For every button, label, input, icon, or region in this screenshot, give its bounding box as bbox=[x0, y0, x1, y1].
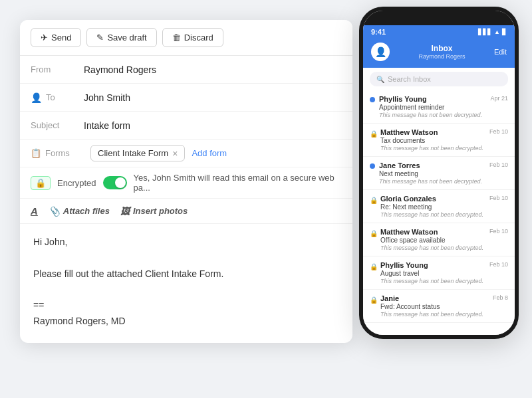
phone-inbox-list: Phyllis Young Appointment reminder This … bbox=[363, 90, 515, 335]
item-date: Feb 10 bbox=[489, 161, 508, 168]
search-placeholder: Search Inbox bbox=[388, 75, 431, 83]
avatar-icon: 👤 bbox=[375, 47, 386, 57]
text-format-icon: A bbox=[31, 205, 38, 217]
compose-toolbar: ✈ Send ✎ Save draft 🗑 Discard bbox=[20, 20, 352, 56]
from-value: Raymond Rogers bbox=[84, 64, 342, 75]
photo-icon: 🖼 bbox=[120, 206, 130, 217]
phone-header-title: Inbox Raymond Rogers bbox=[390, 44, 494, 60]
phone-notch-bar bbox=[416, 20, 462, 23]
item-subject: Office space available bbox=[380, 237, 485, 244]
lock-dot: 🔒 bbox=[370, 197, 376, 202]
lock-dot: 🔒 bbox=[370, 230, 376, 235]
signal-icon: ▋▋▋ bbox=[478, 29, 492, 35]
item-name: Phyllis Young bbox=[379, 95, 486, 103]
form-tag-close[interactable]: × bbox=[172, 149, 178, 158]
item-subject: Next meeting bbox=[379, 170, 485, 177]
lock-dot: 🔒 bbox=[370, 263, 376, 268]
item-date: Feb 8 bbox=[493, 294, 508, 301]
phone-notch bbox=[363, 11, 515, 25]
item-content: Matthew Watson Tax documents This messag… bbox=[380, 128, 485, 151]
document-icon: 📋 bbox=[31, 148, 41, 158]
status-icons: ▋▋▋ ▲ ▊ bbox=[478, 29, 507, 35]
item-content: Phyllis Young August travel This message… bbox=[380, 261, 485, 284]
item-subject: August travel bbox=[380, 270, 485, 277]
item-date: Feb 10 bbox=[489, 261, 508, 268]
add-form-link[interactable]: Add form bbox=[192, 148, 227, 158]
edit-button[interactable]: Edit bbox=[494, 48, 507, 56]
item-date: Feb 10 bbox=[489, 128, 508, 135]
search-icon: 🔍 bbox=[376, 76, 384, 83]
from-label: From bbox=[31, 64, 84, 74]
phone-search[interactable]: 🔍 Search Inbox bbox=[370, 72, 508, 86]
email-body[interactable]: Hi John, Please fill out the attached Cl… bbox=[20, 224, 352, 343]
list-item[interactable]: Phyllis Young Appointment reminder This … bbox=[363, 90, 515, 124]
item-content: Matthew Watson Office space available Th… bbox=[380, 228, 485, 251]
item-name: Phyllis Young bbox=[380, 261, 485, 269]
unread-dot bbox=[370, 163, 375, 169]
inbox-label: Inbox bbox=[390, 44, 494, 53]
forms-label: 📋 Forms bbox=[31, 148, 84, 158]
item-subject: Tax documents bbox=[380, 137, 485, 144]
from-row: From Raymond Rogers bbox=[20, 56, 352, 84]
item-date: Apr 21 bbox=[490, 95, 508, 102]
list-item[interactable]: Jane Torres Next meeting This message ha… bbox=[363, 157, 515, 190]
list-item[interactable]: 🔒 Matthew Watson Tax documents This mess… bbox=[363, 124, 515, 157]
list-item[interactable]: 🔒 Janie Fwd: Account status This message… bbox=[363, 290, 515, 323]
subject-label: Subject bbox=[31, 120, 84, 130]
encrypted-toggle[interactable] bbox=[103, 176, 127, 189]
body-line1: Hi John, bbox=[33, 235, 339, 250]
item-preview: This message has not been decrypted. bbox=[379, 112, 486, 118]
body-line2: Please fill out the attached Client Inta… bbox=[33, 266, 339, 282]
item-subject: Appointment reminder bbox=[379, 104, 486, 111]
item-preview: This message has not been decrypted. bbox=[380, 211, 485, 218]
item-name: Janie bbox=[380, 294, 489, 302]
item-name: Matthew Watson bbox=[380, 128, 485, 136]
lock-icon: 🔒 bbox=[31, 176, 51, 190]
item-preview: This message has not been decrypted. bbox=[380, 245, 485, 251]
save-draft-button[interactable]: ✎ Save draft bbox=[86, 28, 156, 47]
encrypted-label: Encrypted bbox=[57, 178, 96, 188]
body-line3: == bbox=[33, 298, 339, 314]
trash-icon: 🗑 bbox=[172, 33, 181, 43]
item-name: Matthew Watson bbox=[380, 228, 485, 236]
encrypted-row: 🔒 Encrypted Yes, John Smith will read th… bbox=[20, 167, 352, 199]
item-preview: This message has not been decrypted. bbox=[379, 178, 485, 185]
send-icon: ✈ bbox=[41, 33, 48, 43]
subject-row: Subject Intake form bbox=[20, 112, 352, 140]
item-subject: Re: Next meeting bbox=[380, 203, 485, 211]
to-value[interactable]: John Smith bbox=[84, 92, 342, 103]
item-content: Phyllis Young Appointment reminder This … bbox=[379, 95, 486, 118]
status-time: 9:41 bbox=[371, 28, 386, 36]
encrypted-message: Yes, John Smith will read this email on … bbox=[134, 173, 342, 193]
list-item[interactable]: 🔒 Gloria Gonzales Re: Next meeting This … bbox=[363, 190, 515, 223]
format-text-button[interactable]: A bbox=[31, 205, 38, 217]
send-button[interactable]: ✈ Send bbox=[31, 28, 81, 47]
person-icon: 👤 bbox=[31, 92, 42, 103]
item-content: Jane Torres Next meeting This message ha… bbox=[379, 161, 485, 185]
phone-avatar: 👤 bbox=[371, 43, 390, 61]
item-subject: Fwd: Account status bbox=[380, 303, 489, 310]
inbox-subtitle: Raymond Rogers bbox=[390, 53, 494, 60]
insert-photos-button[interactable]: 🖼 Insert photos bbox=[120, 206, 188, 217]
lock-dot: 🔒 bbox=[370, 130, 376, 136]
phone-header: 👤 Inbox Raymond Rogers Edit bbox=[363, 39, 515, 68]
list-item[interactable]: 🔒 Phyllis Young August travel This messa… bbox=[363, 256, 515, 290]
form-tag: Client Intake Form × bbox=[90, 145, 185, 161]
body-line4: Raymond Rogers, MD bbox=[33, 314, 339, 330]
to-label: 👤 To bbox=[31, 92, 84, 103]
item-content: Janie Fwd: Account status This message h… bbox=[380, 294, 489, 318]
item-date: Feb 10 bbox=[489, 195, 508, 201]
pencil-icon: ✎ bbox=[96, 33, 104, 43]
item-preview: This message has not been decrypted. bbox=[380, 278, 485, 284]
discard-button[interactable]: 🗑 Discard bbox=[162, 28, 223, 47]
item-preview: This message has not been decrypted. bbox=[380, 311, 489, 318]
compose-panel: ✈ Send ✎ Save draft 🗑 Discard From Raymo… bbox=[20, 20, 352, 343]
to-row: 👤 To John Smith bbox=[20, 84, 352, 112]
attach-files-button[interactable]: 📎 Attach files bbox=[49, 206, 110, 217]
form-tag-text: Client Intake Form bbox=[98, 148, 168, 158]
item-name: Jane Torres bbox=[379, 161, 485, 169]
phone-status-bar: 9:41 ▋▋▋ ▲ ▊ bbox=[363, 25, 515, 39]
subject-value[interactable]: Intake form bbox=[84, 120, 342, 131]
item-preview: This message has not been decrypted. bbox=[380, 145, 485, 151]
list-item[interactable]: 🔒 Matthew Watson Office space available … bbox=[363, 223, 515, 256]
